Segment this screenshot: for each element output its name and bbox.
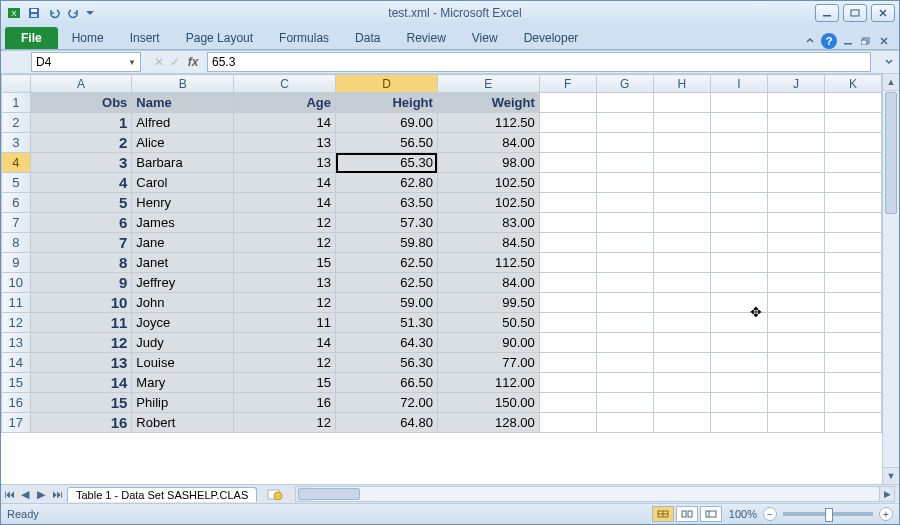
formula-bar[interactable]: 65.3 [207,52,871,72]
cancel-formula-icon[interactable]: ✕ [151,54,167,70]
cell[interactable] [539,93,596,113]
cell[interactable]: 65.30 [336,153,438,173]
cell[interactable] [653,313,710,333]
cell[interactable] [596,413,653,433]
cell[interactable] [539,153,596,173]
column-header[interactable]: J [767,75,824,93]
cell[interactable] [710,153,767,173]
column-header[interactable]: K [824,75,881,93]
select-all-corner[interactable] [2,75,31,93]
tab-formulas[interactable]: Formulas [267,27,341,49]
fx-icon[interactable]: fx [183,52,203,72]
cell[interactable] [824,353,881,373]
cell[interactable]: 11 [30,313,132,333]
cell[interactable]: 84.00 [437,133,539,153]
table-header-cell[interactable]: Weight [437,93,539,113]
cell[interactable] [596,373,653,393]
cell[interactable] [767,333,824,353]
tab-nav-first-icon[interactable]: ⏮ [1,486,17,502]
cell[interactable] [596,113,653,133]
cell[interactable] [596,193,653,213]
zoom-out-icon[interactable]: − [763,507,777,521]
cell[interactable] [824,193,881,213]
cell[interactable]: 98.00 [437,153,539,173]
cell[interactable] [653,353,710,373]
row-header[interactable]: 6 [2,193,31,213]
cell[interactable] [653,273,710,293]
table-header-cell[interactable]: Name [132,93,234,113]
cell[interactable]: 99.50 [437,293,539,313]
cell[interactable]: 14 [234,333,336,353]
cell[interactable] [539,233,596,253]
cell[interactable] [710,373,767,393]
column-header[interactable]: D [336,75,438,93]
cell[interactable] [710,413,767,433]
qat-customize-dropdown-icon[interactable] [85,4,95,22]
cell[interactable] [596,333,653,353]
cell[interactable]: Joyce [132,313,234,333]
cell[interactable]: 102.50 [437,193,539,213]
cell[interactable] [653,153,710,173]
cell[interactable]: 14 [234,113,336,133]
cell[interactable]: 8 [30,253,132,273]
cell[interactable]: 15 [30,393,132,413]
tab-page-layout[interactable]: Page Layout [174,27,265,49]
tab-nav-last-icon[interactable]: ⏭ [49,486,65,502]
row-header[interactable]: 14 [2,353,31,373]
horizontal-scrollbar[interactable]: ◀ ▶ [295,486,895,502]
column-header[interactable]: C [234,75,336,93]
cell[interactable]: 12 [234,293,336,313]
cell[interactable] [767,293,824,313]
cell[interactable] [710,193,767,213]
cell[interactable] [824,333,881,353]
zoom-slider-knob[interactable] [825,508,833,522]
row-header[interactable]: 11 [2,293,31,313]
cell[interactable] [767,113,824,133]
cell[interactable]: 16 [234,393,336,413]
cell[interactable]: 12 [234,353,336,373]
cell[interactable] [710,113,767,133]
cell[interactable] [710,273,767,293]
vertical-scrollbar[interactable]: ▲ ▼ [882,74,899,484]
ribbon-minimize-chevron-icon[interactable] [803,34,817,48]
cell[interactable] [539,173,596,193]
cell[interactable]: 12 [234,233,336,253]
cell[interactable]: Judy [132,333,234,353]
cell[interactable] [824,273,881,293]
cell[interactable] [824,373,881,393]
vertical-scroll-thumb[interactable] [885,92,897,214]
cell[interactable]: 13 [30,353,132,373]
cell[interactable]: 62.50 [336,253,438,273]
cell[interactable] [653,333,710,353]
row-header[interactable]: 17 [2,413,31,433]
cell[interactable] [824,113,881,133]
cell[interactable]: 112.00 [437,373,539,393]
cell[interactable]: 14 [234,193,336,213]
cell[interactable]: 59.00 [336,293,438,313]
cell[interactable] [710,333,767,353]
table-header-cell[interactable]: Height [336,93,438,113]
cell[interactable] [653,113,710,133]
new-sheet-icon[interactable] [259,487,291,501]
horizontal-scroll-thumb[interactable] [298,488,360,500]
maximize-button[interactable] [843,4,867,22]
row-header[interactable]: 10 [2,273,31,293]
cell[interactable] [539,193,596,213]
cell[interactable] [710,293,767,313]
cell[interactable] [767,233,824,253]
cell[interactable]: 59.80 [336,233,438,253]
cell[interactable] [767,193,824,213]
tab-review[interactable]: Review [394,27,457,49]
cell[interactable]: 12 [234,213,336,233]
workbook-minimize-icon[interactable] [841,34,855,48]
cell[interactable]: 4 [30,173,132,193]
cell[interactable] [767,93,824,113]
row-header[interactable]: 15 [2,373,31,393]
tab-nav-prev-icon[interactable]: ◀ [17,486,33,502]
help-icon[interactable]: ? [821,33,837,49]
cell[interactable]: 7 [30,233,132,253]
cell[interactable] [767,413,824,433]
cell[interactable] [539,213,596,233]
expand-formula-bar-icon[interactable] [881,53,897,71]
scroll-right-arrow-icon[interactable]: ▶ [879,487,894,501]
